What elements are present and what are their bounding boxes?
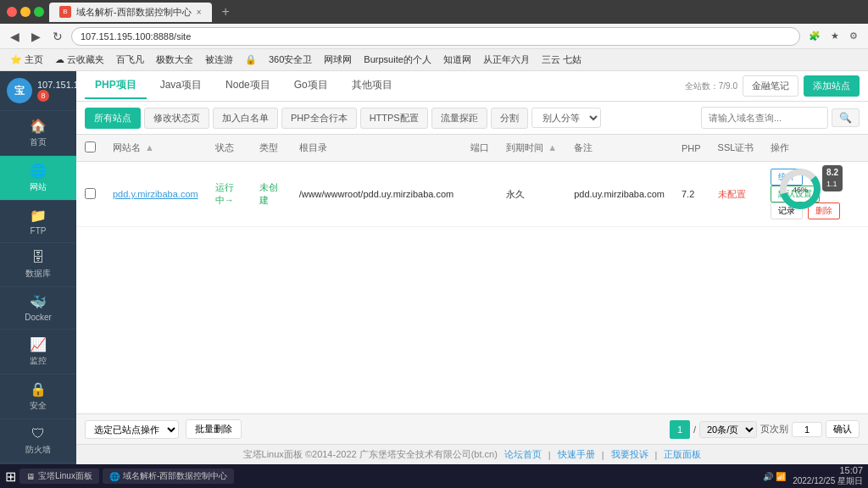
home-icon: 🏠: [30, 118, 47, 134]
tab-close-icon[interactable]: ×: [197, 8, 202, 17]
col-ssl: SSL证书: [709, 135, 763, 162]
browser-tab[interactable]: B 域名解析-西部数据控制中心 ×: [49, 3, 212, 22]
footer-link-manual[interactable]: 快速手册: [558, 448, 595, 461]
bookmark-item-1[interactable]: ⭐ 主页: [5, 52, 48, 68]
row-checkbox[interactable]: [85, 188, 96, 199]
bookmark-item-2[interactable]: ☁ 云收藏夹: [50, 52, 109, 68]
col-type: 类型: [251, 135, 291, 162]
taskbar-start-button[interactable]: ⊞: [5, 469, 16, 485]
bookmark-label-7: 360安全卫: [269, 53, 312, 66]
filter-split-person-dropdown[interactable]: 别人分等: [531, 108, 601, 128]
col-actions-label: 操作: [771, 142, 789, 152]
minimize-window-button[interactable]: [20, 7, 31, 17]
bookmark-item-9[interactable]: Burpsuite的个人: [359, 52, 436, 68]
col-expires-label: 到期时间: [506, 142, 543, 152]
search-button[interactable]: 🔍: [832, 108, 860, 127]
bookmark-item-7[interactable]: 360安全卫: [264, 52, 317, 68]
bookmark-item-4[interactable]: 极数大全: [151, 52, 198, 68]
bookmark-item-10[interactable]: 知道网: [438, 52, 476, 68]
taskbar-item-browser[interactable]: 🌐 域名解析-西部数据控制中心: [103, 469, 234, 484]
filter-all-sites[interactable]: 所有站点: [85, 108, 141, 129]
tab-node-projects[interactable]: Node项目: [215, 73, 281, 99]
filter-add-ip[interactable]: 加入白名单: [213, 108, 278, 129]
page-button-1[interactable]: 1: [670, 420, 690, 439]
row-domain-link[interactable]: pdd.y.mirzibaba.com: [113, 189, 198, 199]
footer-link-official[interactable]: 正版面板: [664, 448, 701, 461]
filter-https[interactable]: HTTPS配置: [360, 108, 428, 129]
col-actions: 操作: [762, 135, 868, 162]
maximize-window-button[interactable]: [34, 7, 44, 17]
sidebar-item-firewall[interactable]: 🛡 防火墙: [0, 419, 76, 463]
filter-nearby[interactable]: 流量探距: [431, 108, 487, 129]
address-bar[interactable]: [71, 27, 800, 46]
sidebar-item-website[interactable]: 🌐 网站: [0, 156, 76, 201]
table-row: pdd.y.mirzibaba.com 运行中→ 未创建 /www/wwwroo…: [76, 162, 868, 227]
sidebar-item-security[interactable]: 🔒 安全: [0, 374, 76, 419]
tab-go-projects[interactable]: Go项目: [284, 73, 338, 99]
bookmark-label-1: 主页: [25, 53, 43, 66]
new-tab-button[interactable]: +: [217, 4, 235, 19]
footer-sep-1: |: [548, 450, 551, 460]
row-remark: pdd.uy.mirzibaba.com: [574, 189, 665, 199]
bookmark-item-5[interactable]: 被连游: [200, 52, 238, 68]
page-size-select[interactable]: 20条/页 10条/页 50条/页: [699, 421, 757, 438]
page-jump-confirm-button[interactable]: 确认: [826, 420, 860, 438]
taskbar-item-panel[interactable]: 🖥 宝塔Linux面板: [19, 469, 99, 484]
project-tabs-bar: PHP项目 Java项目 Node项目 Go项目 其他项目 全站数：7/9.0 …: [76, 71, 868, 102]
monitor-icon: 📈: [30, 336, 47, 352]
bookmark-item-11[interactable]: 从正年六月: [478, 52, 535, 68]
search-input[interactable]: [701, 107, 828, 129]
select-all-checkbox[interactable]: [85, 141, 96, 152]
notes-button[interactable]: 金融笔记: [743, 75, 798, 97]
nav-refresh-button[interactable]: ↻: [49, 28, 66, 45]
filter-php-combined-label: PHP全合行本: [291, 113, 348, 123]
sidebar-item-monitor-label: 监控: [30, 355, 47, 367]
sidebar-item-database[interactable]: 🗄 数据库: [0, 243, 76, 287]
search-bar: 🔍: [701, 107, 860, 129]
sidebar-item-docker[interactable]: 🐳 Docker: [0, 287, 76, 330]
sidebar-item-monitor[interactable]: 📈 监控: [0, 330, 76, 374]
filter-split[interactable]: 分割: [491, 108, 528, 129]
col-domain[interactable]: 网站名 ▲: [104, 135, 207, 162]
tab-java-projects[interactable]: Java项目: [150, 73, 212, 99]
bookmark-item-12[interactable]: 三云 七姑: [537, 52, 587, 68]
extension-btn-3[interactable]: ⚙: [846, 29, 861, 43]
extension-btn-1[interactable]: 🧩: [805, 29, 824, 43]
row-status[interactable]: 运行中→: [215, 182, 234, 205]
taskbar-panel-icon: 🖥: [26, 472, 35, 481]
sidebar-item-home[interactable]: 🏠 首页: [0, 111, 76, 156]
pagination: 1 / 20条/页 10条/页 50条/页 页次别 确认: [670, 420, 860, 439]
nav-forward-button[interactable]: ▶: [28, 28, 44, 45]
filter-modify-label: 修改状态页: [153, 113, 200, 123]
page-jump-input[interactable]: [792, 422, 822, 437]
bookmark-item-3[interactable]: 百飞凡: [111, 52, 149, 68]
col-port: 端口: [462, 135, 498, 162]
bookmark-icon-2: ☁: [55, 54, 64, 65]
sidebar-item-ftp-label: FTP: [31, 226, 47, 236]
nav-action-buttons: 🧩 ★ ⚙: [805, 29, 861, 43]
filter-modify-status[interactable]: 修改状态页: [144, 108, 209, 129]
bookmarks-bar: ⭐ 主页 ☁ 云收藏夹 百飞凡 极数大全 被连游 🔒 360安全卫 网球网 Bu…: [0, 49, 868, 71]
bookmark-item-8[interactable]: 网球网: [319, 52, 357, 68]
nav-back-button[interactable]: ◀: [7, 28, 23, 45]
footer-link-complaint[interactable]: 我要投诉: [611, 448, 648, 461]
close-window-button[interactable]: [7, 7, 17, 17]
row-path-cell: /www/wwwroot/pdd.uy.mirzibaba.com: [291, 162, 463, 227]
bookmark-label-9: Burpsuite的个人: [364, 53, 431, 66]
batch-delete-button[interactable]: 批量删除: [186, 419, 242, 439]
batch-action-select[interactable]: 选定已站点操作: [85, 420, 179, 439]
tab-php-projects[interactable]: PHP项目: [85, 73, 147, 99]
add-site-button[interactable]: 添加站点: [804, 75, 860, 97]
extension-btn-2[interactable]: ★: [827, 29, 843, 43]
security-icon: 🔒: [30, 381, 47, 397]
chart-value1: 8.2: [826, 167, 838, 179]
bookmark-label-12: 三云 七姑: [542, 53, 581, 66]
filter-php-combined[interactable]: PHP全合行本: [281, 108, 357, 129]
sidebar-item-ftp[interactable]: 📁 FTP: [0, 201, 76, 243]
tab-other-label: 其他项目: [352, 79, 392, 91]
col-expires[interactable]: 到期时间 ▲: [498, 135, 565, 162]
bookmark-item-6[interactable]: 🔒: [240, 53, 262, 67]
footer-link-forum[interactable]: 论坛首页: [504, 448, 542, 461]
tab-other-projects[interactable]: 其他项目: [342, 73, 403, 99]
taskbar-browser-label: 域名解析-西部数据控制中心: [123, 470, 227, 482]
